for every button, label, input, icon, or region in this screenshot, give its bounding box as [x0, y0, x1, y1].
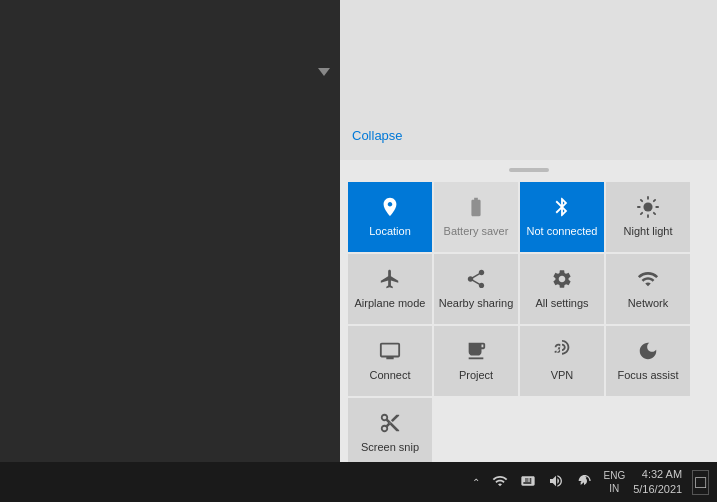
screen-snip-label: Screen snip: [361, 441, 419, 454]
taskbar-keyboard-icon[interactable]: [516, 471, 540, 494]
taskbar: ⌃ ENG IN 4:32 AM: [0, 462, 717, 502]
battery-saver-label: Battery saver: [444, 225, 509, 238]
tile-location[interactable]: Location: [348, 182, 432, 252]
tile-night-light[interactable]: Night light: [606, 182, 690, 252]
tile-bluetooth[interactable]: Not connected: [520, 182, 604, 252]
airplane-mode-label: Airplane mode: [355, 297, 426, 310]
tile-network[interactable]: Network: [606, 254, 690, 324]
tile-vpn[interactable]: VPN: [520, 326, 604, 396]
nearby-sharing-icon: [465, 268, 487, 293]
dropdown-arrow[interactable]: [318, 68, 330, 76]
focus-assist-label: Focus assist: [617, 369, 678, 382]
notification-chevron-icon[interactable]: ⌃: [468, 475, 484, 490]
screen-snip-icon: [379, 412, 401, 437]
taskbar-time: 4:32 AM: [633, 467, 682, 482]
tile-focus-assist[interactable]: Focus assist: [606, 326, 690, 396]
taskbar-volume-icon[interactable]: [544, 471, 568, 494]
quick-actions-panel: Location Battery saver Not connected: [340, 160, 717, 476]
bluetooth-label: Not connected: [527, 225, 598, 238]
collapse-button[interactable]: Collapse: [352, 128, 403, 143]
taskbar-clock[interactable]: 4:32 AM 5/16/2021: [633, 467, 682, 498]
battery-saver-icon: [465, 196, 487, 221]
network-icon: [637, 268, 659, 293]
taskbar-lang-code: ENG: [604, 469, 626, 482]
project-icon: [465, 340, 487, 365]
location-icon: [379, 196, 401, 221]
airplane-mode-icon: [379, 268, 401, 293]
connect-label: Connect: [370, 369, 411, 382]
taskbar-notification-icon[interactable]: □: [692, 470, 709, 495]
location-label: Location: [369, 225, 411, 238]
tiles-grid: Location Battery saver Not connected: [348, 182, 709, 468]
night-light-label: Night light: [624, 225, 673, 238]
tile-airplane-mode[interactable]: Airplane mode: [348, 254, 432, 324]
project-label: Project: [459, 369, 493, 382]
tile-connect[interactable]: Connect: [348, 326, 432, 396]
taskbar-network-icon[interactable]: [488, 471, 512, 494]
focus-assist-icon: [637, 340, 659, 365]
tile-all-settings[interactable]: All settings: [520, 254, 604, 324]
tile-screen-snip[interactable]: Screen snip: [348, 398, 432, 468]
night-light-icon: [637, 196, 659, 221]
all-settings-icon: [551, 268, 573, 293]
taskbar-language[interactable]: ENG IN: [604, 469, 626, 495]
bluetooth-icon: [551, 196, 573, 221]
svg-point-0: [643, 202, 652, 211]
tile-battery-saver[interactable]: Battery saver: [434, 182, 518, 252]
tile-project[interactable]: Project: [434, 326, 518, 396]
taskbar-power-icon[interactable]: [572, 471, 596, 494]
all-settings-label: All settings: [535, 297, 588, 310]
taskbar-lang-region: IN: [604, 482, 626, 495]
vpn-label: VPN: [551, 369, 574, 382]
drag-handle: [509, 168, 549, 172]
taskbar-system-icons: ⌃: [468, 471, 596, 494]
connect-icon: [379, 340, 401, 365]
taskbar-date: 5/16/2021: [633, 482, 682, 497]
nearby-sharing-label: Nearby sharing: [439, 297, 514, 310]
network-label: Network: [628, 297, 668, 310]
left-panel: [0, 0, 340, 502]
vpn-icon: [551, 340, 573, 365]
tile-nearby-sharing[interactable]: Nearby sharing: [434, 254, 518, 324]
